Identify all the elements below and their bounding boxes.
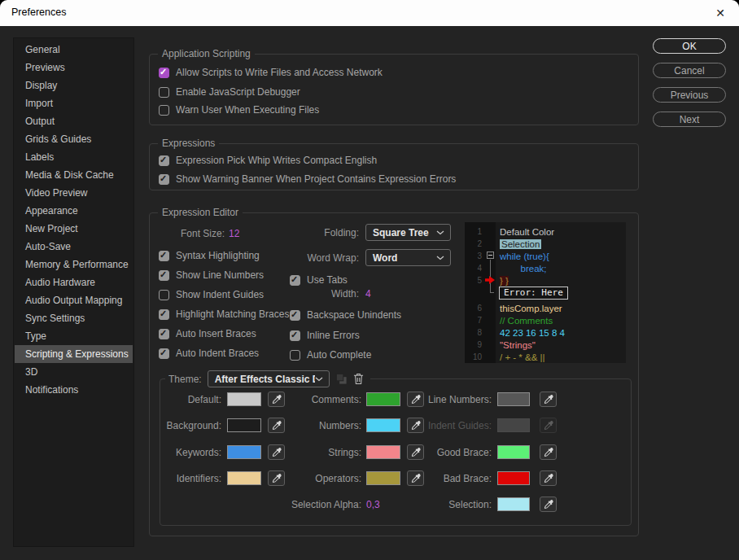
sidebar-item-memory-performance[interactable]: Memory & Performance [15, 256, 133, 273]
inline-errors-checkbox[interactable]: ✓ [290, 330, 300, 341]
expressions-group: Expressions ✓ Expression Pick Whip Write… [149, 143, 639, 190]
highlight-matching-braces-checkbox[interactable]: ✓ [159, 309, 169, 320]
sidebar-item-general[interactable]: General [15, 41, 133, 59]
backspace-unindents-checkbox[interactable]: ✓ [290, 310, 300, 321]
allow-scripts-row: ✓ Allow Scripts to Write Files and Acces… [159, 66, 383, 79]
sidebar-item-import[interactable]: Import [15, 94, 133, 112]
checkmark-icon: ✓ [291, 274, 298, 285]
pick-whip-row: ✓ Expression Pick Whip Writes Compact En… [159, 154, 377, 167]
backspace-unindents-row: ✓ Backspace Unindents [290, 308, 401, 322]
cancel-button[interactable]: Cancel [653, 63, 726, 78]
line-numbers-label: Line Numbers: [421, 394, 492, 405]
warn-executing-checkbox[interactable]: ✓ [159, 105, 169, 116]
theme-value: After Effects Classic Dark [208, 374, 315, 385]
sidebar-item-scripting-expressions[interactable]: Scripting & Expressions [15, 345, 133, 363]
auto-indent-braces-row: ✓ Auto Indent Braces [159, 347, 259, 360]
keywords-color-swatch[interactable] [227, 445, 261, 459]
operators-color-swatch[interactable] [366, 471, 400, 485]
delete-theme-icon[interactable] [353, 372, 364, 387]
swatch-row: Keywords: Strings: Good Brace: [160, 445, 631, 461]
eyedropper-icon[interactable] [540, 497, 557, 512]
auto-insert-braces-row: ✓ Auto Insert Braces [159, 327, 256, 340]
sidebar-item-auto-save[interactable]: Auto-Save [15, 238, 133, 256]
line-number: 7 [465, 316, 484, 325]
comments-color-swatch[interactable] [366, 392, 400, 406]
auto-complete-checkbox[interactable]: ✓ [290, 350, 300, 361]
sidebar-item-sync-settings[interactable]: Sync Settings [15, 309, 133, 327]
warning-banner-checkbox[interactable]: ✓ [159, 174, 169, 185]
use-tabs-label: Use Tabs [307, 274, 348, 286]
swatch-row: Selection Alpha: 0,3 Selection: [160, 497, 631, 513]
previous-button[interactable]: Previous [653, 87, 726, 103]
sidebar-item-appearance[interactable]: Appearance [15, 202, 133, 220]
sidebar-item-media-disk-cache[interactable]: Media & Disk Cache [15, 166, 133, 184]
use-tabs-checkbox[interactable]: ✓ [290, 275, 300, 286]
auto-insert-braces-checkbox[interactable]: ✓ [159, 329, 169, 339]
eyedropper-icon[interactable] [540, 392, 557, 407]
highlight-matching-braces-row: ✓ Highlight Matching Braces [159, 308, 289, 321]
tab-width-value[interactable]: 4 [365, 288, 371, 300]
folding-dropdown[interactable]: Square Tree [365, 224, 451, 241]
auto-complete-label: Auto Complete [307, 349, 371, 361]
sidebar-item-new-project[interactable]: New Project [15, 220, 133, 238]
show-line-numbers-label: Show Line Numbers [176, 269, 264, 281]
pick-whip-checkbox[interactable]: ✓ [159, 155, 169, 166]
ok-button[interactable]: OK [653, 38, 726, 54]
indent-guides-color-swatch [497, 418, 530, 432]
warning-banner-row: ✓ Show Warning Banner When Project Conta… [159, 173, 456, 186]
eyedropper-icon[interactable] [540, 470, 557, 486]
operators-label: Operators: [282, 473, 361, 484]
strings-color-swatch[interactable] [366, 445, 400, 459]
sidebar-item-type[interactable]: Type [15, 327, 133, 345]
sidebar-item-output[interactable]: Output [15, 112, 133, 130]
syntax-highlighting-row: ✓ Syntax Highlighting [159, 249, 260, 262]
swatch-row: Default: Comments: Line Numbers: [160, 392, 631, 408]
sidebar-item-3d[interactable]: 3D [15, 363, 133, 381]
sidebar-item-grids-guides[interactable]: Grids & Guides [15, 130, 133, 148]
sidebar-item-previews[interactable]: Previews [15, 59, 133, 77]
checkmark-icon: ✓ [160, 155, 167, 165]
pick-whip-label: Expression Pick Whip Writes Compact Engl… [176, 155, 377, 166]
selection-alpha-value[interactable]: 0,3 [366, 499, 380, 510]
fold-collapse-icon[interactable] [487, 252, 494, 259]
eyedropper-icon[interactable] [540, 444, 557, 460]
selection-label: Selection: [421, 499, 492, 510]
auto-indent-braces-checkbox[interactable]: ✓ [159, 348, 169, 359]
theme-dropdown[interactable]: After Effects Classic Dark [208, 370, 330, 387]
expressions-legend: Expressions [158, 138, 219, 149]
bad-brace-color-swatch[interactable] [497, 471, 530, 485]
allow-scripts-checkbox[interactable]: ✓ [159, 68, 169, 78]
sidebar-item-audio-hardware[interactable]: Audio Hardware [15, 273, 133, 291]
show-indent-guides-checkbox[interactable]: ✓ [159, 290, 169, 300]
sidebar-item-audio-output-mapping[interactable]: Audio Output Mapping [15, 291, 133, 309]
sidebar-item-labels[interactable]: Labels [15, 148, 133, 166]
checkmark-icon: ✓ [160, 328, 167, 339]
word-wrap-label: Word Wrap: [296, 252, 359, 264]
selection-color-swatch[interactable] [497, 497, 530, 511]
code-line-numbers: 42 23 16 15 8 4 [496, 328, 565, 338]
sidebar-item-video-preview[interactable]: Video Preview [15, 184, 133, 202]
line-numbers-color-swatch[interactable] [497, 392, 530, 406]
sidebar-item-notifications[interactable]: Notifications [15, 381, 133, 399]
preferences-category-list: General Previews Display Import Output G… [13, 37, 134, 547]
word-wrap-dropdown[interactable]: Word [365, 249, 451, 266]
auto-insert-braces-label: Auto Insert Braces [176, 328, 256, 339]
next-button[interactable]: Next [653, 112, 726, 127]
js-debugger-checkbox[interactable]: ✓ [159, 87, 169, 98]
default-color-swatch[interactable] [227, 392, 261, 406]
sidebar-item-display[interactable]: Display [15, 77, 133, 94]
good-brace-color-swatch[interactable] [497, 445, 530, 459]
checkmark-icon: ✓ [160, 308, 167, 319]
show-line-numbers-checkbox[interactable]: ✓ [159, 270, 169, 281]
line-number: 2 [465, 239, 484, 248]
identifiers-color-swatch[interactable] [227, 471, 261, 485]
warn-executing-label: Warn User When Executing Files [176, 104, 319, 116]
checkmark-icon: ✓ [160, 250, 167, 260]
preferences-dialog: Preferences ✕ General Previews Display I… [0, 0, 739, 560]
inline-errors-label: Inline Errors [307, 330, 360, 341]
chevron-down-icon [436, 256, 444, 260]
syntax-highlighting-checkbox[interactable]: ✓ [159, 251, 169, 261]
duplicate-theme-icon[interactable] [335, 372, 348, 387]
font-size-value[interactable]: 12 [229, 228, 239, 239]
close-icon[interactable]: ✕ [702, 0, 739, 26]
